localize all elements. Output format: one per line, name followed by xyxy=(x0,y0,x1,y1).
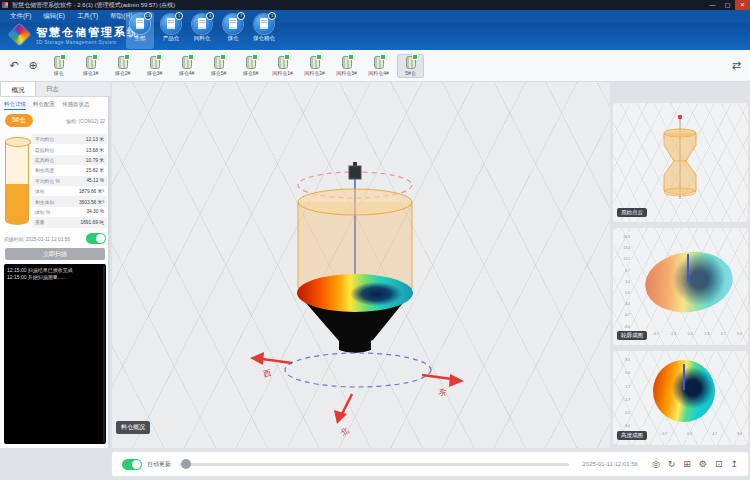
settings-gear-icon[interactable]: ⚙ xyxy=(699,460,707,469)
group-tab-fine-coal[interactable]: 1 煤仓精仓 xyxy=(250,12,278,49)
toolbar-silo-item[interactable]: 煤仓5# xyxy=(205,54,232,78)
toolbar-silo-item[interactable]: 回料仓2# xyxy=(301,54,328,78)
silo-name-badge: 5#仓 xyxy=(5,114,33,127)
group-tab-product[interactable]: 1 产品仓 xyxy=(157,12,185,49)
group-tab-return[interactable]: 4 回料仓 xyxy=(188,12,216,49)
tab-silo-config[interactable]: 料仓配置 xyxy=(33,101,55,110)
viewport-badge: 料仓概况 xyxy=(116,421,150,434)
silo-icon xyxy=(406,56,416,69)
count-badge: 1 xyxy=(175,12,183,20)
auto-update-label: 自动更新 xyxy=(147,460,171,469)
toolbar-silo-item[interactable]: 煤仓6# xyxy=(237,54,264,78)
minimize-button[interactable]: — xyxy=(705,0,720,10)
swap-view-icon[interactable]: ⇄ xyxy=(732,59,741,72)
param-table: 平均料位12.13 米 最低料位13.68 米 最高料位10.79 米 剩余高度… xyxy=(32,134,107,228)
param-row: 剩余体积3603.56 米³ xyxy=(32,196,107,206)
export-icon[interactable]: ↥ xyxy=(730,460,738,469)
north-arrow: 北 xyxy=(334,394,352,438)
count-badge: 13 xyxy=(144,12,152,20)
menu-edit[interactable]: 编辑(E) xyxy=(43,12,65,21)
panel-raw-pointcloud[interactable]: 原始点云 xyxy=(613,103,748,222)
auto-update-toggle[interactable] xyxy=(122,459,142,470)
pointcloud-render xyxy=(613,103,748,222)
locate-icon[interactable]: ◎ xyxy=(652,460,660,469)
main-3d-viewport[interactable]: 西 东 北 料仓概况 xyxy=(112,82,610,448)
refresh-icon[interactable]: ↻ xyxy=(668,460,676,469)
toolbar-silo-item[interactable]: 回料仓3# xyxy=(333,54,360,78)
group-tab-coal[interactable]: 7 煤仓 xyxy=(219,12,247,49)
panel-height-map[interactable]: 8.45.01.7-1.7-5.0-8.4 -8.4-4.70.04.78.4 … xyxy=(613,351,748,445)
left-tab-strip: 概况 日志 xyxy=(0,82,110,97)
bottom-timestamp: 2025-01-11 12:01:56 xyxy=(583,461,638,467)
silo-icon xyxy=(246,56,256,69)
silo-icon xyxy=(374,56,384,69)
toolbar-silo-item[interactable]: 煤仓 xyxy=(45,54,72,78)
west-label: 西 xyxy=(262,368,272,379)
count-badge: 4 xyxy=(206,12,214,20)
menu-tools[interactable]: 工具(T) xyxy=(77,12,98,21)
app-title: 智慧仓储管理系统 xyxy=(36,25,140,40)
scan-now-button[interactable]: 立即扫描 xyxy=(5,248,105,260)
group-tab-all[interactable]: 13 全部 xyxy=(126,12,154,49)
silo-icon xyxy=(278,56,288,69)
panel-contour-map[interactable]: 16.813.410.16.73.40.0-3.4-6.7-8.4 -8.4-4… xyxy=(613,228,748,345)
silo-icon xyxy=(214,56,224,69)
window-title: 智慧仓储管理系统软件 - 2.6(1) (管理模式(admin 59:57) (… xyxy=(12,1,175,10)
silo-toolbar: ↶ ⊕ 煤仓 煤仓1# 煤仓2# 煤仓3# 煤仓4# 煤仓5# 煤仓6# 回料仓… xyxy=(0,50,750,82)
east-arrow: 东 xyxy=(422,374,464,398)
toolbar-silo-item[interactable]: 煤仓1# xyxy=(77,54,104,78)
param-row: 最低料位13.68 米 xyxy=(32,144,107,154)
toolbar-silo-item[interactable]: 回料仓4# xyxy=(365,54,392,78)
log-console[interactable]: 12:15:00 扫描结果已接收完成12:15:00 开始扫描测量...... xyxy=(4,264,106,444)
tab-overview[interactable]: 概况 xyxy=(0,81,36,96)
sensor-dot xyxy=(678,115,682,119)
toolbar-silo-item-selected[interactable]: 5#仓 xyxy=(397,54,424,78)
panel-label: 轮廓成图 xyxy=(617,331,647,340)
panel-label: 原始点云 xyxy=(617,208,647,217)
count-badge: 1 xyxy=(268,12,276,20)
silo-icon xyxy=(54,56,64,69)
scanner-sensor xyxy=(349,166,361,179)
toolbar-silo-item[interactable]: 煤仓2# xyxy=(109,54,136,78)
add-silo-icon[interactable]: ⊕ xyxy=(26,59,40,72)
silo-icon xyxy=(118,56,128,69)
param-row: 体积1879.66 米³ xyxy=(32,186,107,196)
silo-group-tabs: 13 全部 1 产品仓 4 回料仓 7 煤仓 1 煤仓精仓 xyxy=(126,12,278,49)
x-axis-ticks: -8.4-4.7-2.30.02.34.78.4 xyxy=(635,333,742,337)
panel-label: 高度成图 xyxy=(617,431,647,440)
toolbar-silo-item[interactable]: 回料仓1# xyxy=(269,54,296,78)
back-icon[interactable]: ↶ xyxy=(7,59,21,72)
silo-folder-icon: 13 xyxy=(130,14,150,34)
silo-folder-icon: 4 xyxy=(192,14,212,34)
north-label: 北 xyxy=(338,426,351,439)
east-label: 东 xyxy=(438,387,448,397)
app-icon xyxy=(2,2,8,8)
west-arrow: 西 xyxy=(250,352,292,379)
maximize-button[interactable]: ▢ xyxy=(720,0,735,10)
tab-sensor-status[interactable]: 传感器状态 xyxy=(62,101,90,110)
param-row: 最高料位10.79 米 xyxy=(32,155,107,165)
fullscreen-icon[interactable]: ⊞ xyxy=(683,460,691,469)
brand-bar: 智慧仓储管理系统 3D Storage Management System ‹ … xyxy=(0,23,750,50)
param-row: 剩余高度15.82 米 xyxy=(32,165,107,175)
close-button[interactable]: ✕ xyxy=(735,0,750,10)
toolbar-silo-item[interactable]: 煤仓3# xyxy=(141,54,168,78)
silo-icon xyxy=(342,56,352,69)
timeline-slider[interactable] xyxy=(179,463,569,466)
silo-icon xyxy=(310,56,320,69)
tab-log[interactable]: 日志 xyxy=(46,81,59,96)
scan-toggle[interactable] xyxy=(86,233,106,244)
silo-folder-icon: 7 xyxy=(223,14,243,34)
tab-silo-detail[interactable]: 料仓详情 xyxy=(4,101,26,110)
snapshot-icon[interactable]: ⊡ xyxy=(715,460,723,469)
toolbar-silo-item[interactable]: 煤仓4# xyxy=(173,54,200,78)
slider-handle[interactable] xyxy=(181,459,191,469)
console-scrollbar[interactable] xyxy=(103,266,105,442)
compass-ring xyxy=(285,353,431,387)
menu-file[interactable]: 文件(F) xyxy=(10,12,31,21)
contour-heatmap-disc xyxy=(641,246,736,318)
log-lines: 12:15:00 扫描结果已接收完成12:15:00 开始扫描测量...... xyxy=(7,267,104,281)
param-row: 平均料位 %45.12 % xyxy=(32,176,107,186)
silo-3d-render: 西 东 北 xyxy=(112,82,610,448)
y-axis-ticks: 16.813.410.16.73.40.0-3.4-6.7-8.4 xyxy=(615,236,630,329)
